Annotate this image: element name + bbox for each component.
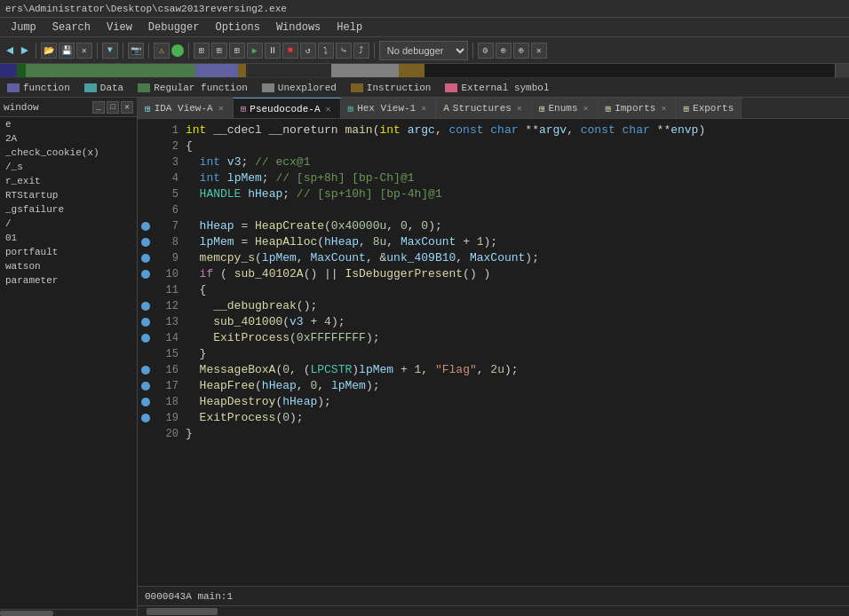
step-over-icon[interactable]: ⤷ bbox=[336, 43, 352, 59]
back-button[interactable]: ◄ bbox=[4, 43, 16, 58]
sidebar-item-watson[interactable]: watson bbox=[0, 259, 137, 273]
stop-icon[interactable]: ■ bbox=[282, 43, 298, 59]
toolbar-sep-3 bbox=[123, 43, 123, 59]
code-16: MessageBoxA(0, (LPCSTR)lpMem + 1, "Flag"… bbox=[186, 362, 519, 378]
down-arrow-icon[interactable]: ▼ bbox=[102, 43, 118, 59]
legend-external-label: External symbol bbox=[461, 83, 549, 93]
legend-external: External symbol bbox=[445, 83, 549, 93]
sidebar-item-gsfailure[interactable]: _gsfailure bbox=[0, 202, 137, 217]
menu-options[interactable]: Options bbox=[208, 20, 266, 36]
sidebar-item-slash[interactable]: / bbox=[0, 217, 137, 231]
extra-icon2[interactable]: ⊕ bbox=[513, 43, 529, 59]
sidebar-item-e[interactable]: e bbox=[0, 117, 137, 131]
step1-icon[interactable]: ⊞ bbox=[194, 43, 210, 59]
step-out-icon[interactable]: ⤴ bbox=[353, 43, 369, 59]
tab-exports[interactable]: ⊞ Exports bbox=[676, 98, 742, 119]
sidebar-item-2a[interactable]: 2A bbox=[0, 131, 137, 146]
tab-enums[interactable]: ⊞ Enums ✕ bbox=[532, 98, 599, 119]
code-14: ExitProcess(0xFFFFFFFF); bbox=[186, 330, 379, 346]
addr-bar-scroll[interactable] bbox=[835, 64, 849, 78]
sidebar-item-rtstartup[interactable]: RTStartup bbox=[0, 188, 137, 202]
code-line-14: 14 ExitProcess(0xFFFFFFFF); bbox=[138, 330, 849, 346]
sidebar-item-portfault[interactable]: portfault bbox=[0, 245, 137, 259]
sidebar-minimize[interactable]: _ bbox=[92, 101, 105, 114]
code-line-17: 17 HeapFree(hHeap, 0, lpMem); bbox=[138, 378, 849, 394]
legend-regular-label: Regular function bbox=[154, 83, 248, 93]
sidebar-item-01[interactable]: 01 bbox=[0, 231, 137, 245]
step-into-icon[interactable]: ⤵ bbox=[318, 43, 334, 59]
tab-struct-close[interactable]: ✕ bbox=[515, 103, 524, 114]
debugger-select[interactable]: No debugger bbox=[379, 41, 468, 60]
struct-icon: A bbox=[443, 103, 449, 114]
sidebar-item-s[interactable]: /_s bbox=[0, 160, 137, 174]
menu-windows[interactable]: Windows bbox=[269, 20, 328, 36]
pause-icon[interactable]: ⏸ bbox=[265, 43, 281, 59]
tab-ida-view-close[interactable]: ✕ bbox=[217, 103, 226, 114]
run-icon[interactable]: ▶ bbox=[247, 43, 263, 59]
sidebar-item-exit[interactable]: r_exit bbox=[0, 174, 137, 188]
tab-imports-label: Imports bbox=[615, 103, 655, 114]
dot-10 bbox=[141, 270, 150, 279]
tab-imports-close[interactable]: ✕ bbox=[659, 103, 668, 114]
code-4: int lpMem; // [sp+8h] [bp-Ch]@1 bbox=[186, 170, 414, 186]
enum-icon: ⊞ bbox=[539, 103, 545, 115]
tab-enums-label: Enums bbox=[549, 103, 578, 114]
sidebar-item-parameter[interactable]: parameter bbox=[0, 273, 137, 288]
sidebar-item-cookie[interactable]: _check_cookie(x) bbox=[0, 146, 137, 160]
code-line-3: 3 int v3; // ecx@1 bbox=[138, 154, 849, 170]
dot-2 bbox=[141, 142, 150, 151]
code-10: if ( sub_40102A() || IsDebuggerPresent()… bbox=[186, 266, 490, 282]
sidebar-close[interactable]: ✕ bbox=[121, 101, 133, 114]
code-20: } bbox=[186, 426, 193, 442]
menu-search[interactable]: Search bbox=[45, 20, 98, 36]
tab-exports-label: Exports bbox=[693, 103, 734, 114]
open-icon[interactable]: 📂 bbox=[41, 43, 57, 59]
linenum-15: 15 bbox=[154, 346, 179, 362]
tab-hex-view[interactable]: ⊞ Hex View-1 ✕ bbox=[341, 98, 437, 119]
code-line-10: 10 if ( sub_40102A() || IsDebuggerPresen… bbox=[138, 266, 849, 282]
dot-1 bbox=[141, 126, 150, 135]
tab-pseudocode[interactable]: ⊞ Pseudocode-A ✕ bbox=[234, 98, 341, 119]
tab-ida-view[interactable]: ⊞ IDA View-A ✕ bbox=[138, 98, 234, 119]
linenum-12: 12 bbox=[154, 298, 179, 314]
legend-instruction-label: Instruction bbox=[367, 83, 432, 93]
tab-hex-close[interactable]: ✕ bbox=[419, 103, 428, 114]
sidebar-restore[interactable]: □ bbox=[107, 101, 119, 114]
close-file-icon[interactable]: ✕ bbox=[76, 43, 92, 59]
extra-icon3[interactable]: ✕ bbox=[531, 43, 547, 59]
code-hscroll-thumb bbox=[147, 608, 218, 615]
code-line-1: 1 int __cdecl __noreturn main(int argc, … bbox=[138, 122, 849, 138]
legend-function-color bbox=[7, 83, 20, 92]
step2-icon[interactable]: ⊞ bbox=[211, 43, 227, 59]
restart-icon[interactable]: ↺ bbox=[300, 43, 316, 59]
forward-button[interactable]: ► bbox=[18, 43, 30, 58]
code-12: __debugbreak(); bbox=[186, 298, 317, 314]
sidebar-hscroll-thumb bbox=[0, 611, 53, 616]
code-18: HeapDestroy(hHeap); bbox=[186, 394, 331, 410]
seg-4 bbox=[195, 64, 238, 77]
code-view[interactable]: 1 int __cdecl __noreturn main(int argc, … bbox=[138, 119, 849, 586]
menu-view[interactable]: View bbox=[99, 20, 139, 36]
legend-unexplored-color bbox=[262, 83, 274, 92]
warning-icon[interactable]: ⚠ bbox=[154, 43, 170, 59]
extra-icon1[interactable]: ⊕ bbox=[496, 43, 512, 59]
tab-imports[interactable]: ⊞ Imports ✕ bbox=[599, 98, 677, 119]
menu-jump[interactable]: Jump bbox=[4, 20, 44, 36]
tab-pseudocode-close[interactable]: ✕ bbox=[324, 104, 333, 115]
sidebar-content: e 2A _check_cookie(x) /_s r_exit RTStart… bbox=[0, 117, 137, 609]
camera-icon[interactable]: 📷 bbox=[128, 43, 144, 59]
save-icon[interactable]: 💾 bbox=[59, 43, 75, 59]
code-hscroll[interactable] bbox=[138, 605, 849, 616]
menu-help[interactable]: Help bbox=[329, 20, 369, 36]
legend-regular: Regular function bbox=[138, 83, 248, 93]
tab-enums-close[interactable]: ✕ bbox=[582, 103, 591, 114]
settings-icon[interactable]: ⚙ bbox=[478, 43, 494, 59]
linenum-1: 1 bbox=[154, 122, 179, 138]
code-line-16: 16 MessageBoxA(0, (LPCSTR)lpMem + 1, "Fl… bbox=[138, 362, 849, 378]
dot-20 bbox=[141, 430, 150, 438]
step3-icon[interactable]: ⊞ bbox=[229, 43, 245, 59]
code-line-9: 9 memcpy_s(lpMem, MaxCount, &unk_409B10,… bbox=[138, 250, 849, 266]
tab-structures[interactable]: A Structures ✕ bbox=[436, 98, 532, 119]
menu-debugger[interactable]: Debugger bbox=[141, 20, 207, 36]
sidebar-hscroll[interactable] bbox=[0, 609, 137, 616]
